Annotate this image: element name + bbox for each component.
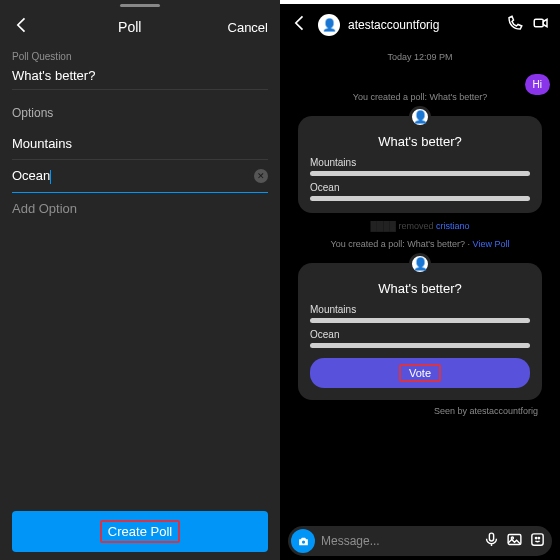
add-option-button[interactable]: Add Option	[12, 193, 268, 224]
svg-rect-2	[489, 533, 493, 541]
svg-point-1	[301, 540, 304, 543]
back-arrow-icon[interactable]	[12, 15, 32, 39]
gallery-icon[interactable]	[506, 531, 523, 552]
poll-card-2-title: What's better?	[310, 281, 530, 296]
create-poll-highlight: Create Poll	[100, 520, 180, 543]
options-label: Options	[12, 106, 268, 120]
poll-card-1-title: What's better?	[310, 134, 530, 149]
camera-button[interactable]	[291, 529, 315, 553]
chat-header: 👤 atestaccountforig	[280, 4, 560, 46]
poll-card-1-option-1-bar[interactable]	[310, 171, 530, 176]
poll-option-input-2[interactable]: Ocean ✕	[12, 160, 268, 193]
chat-body: Today 12:09 PM Hi You created a poll: Wh…	[280, 46, 560, 522]
poll-creator-avatar: 👤	[409, 106, 431, 128]
text-cursor	[50, 170, 51, 184]
system-text-removed: ████ removed cristiano	[290, 221, 550, 231]
poll-card-1-option-2-bar[interactable]	[310, 196, 530, 201]
system-text-created-poll-2: You created a poll: What's better? · Vie…	[290, 239, 550, 249]
poll-card-2-option-2-bar[interactable]	[310, 343, 530, 348]
back-arrow-icon[interactable]	[290, 13, 310, 37]
cancel-button[interactable]: Cancel	[228, 20, 268, 35]
create-poll-button[interactable]: Create Poll	[12, 511, 268, 552]
seen-by-text: Seen by atestaccountforig	[290, 406, 538, 416]
poll-question-label: Poll Question	[12, 51, 268, 62]
poll-card-2-option-1-label: Mountains	[310, 304, 530, 315]
poll-card-1-option-2-label: Ocean	[310, 182, 530, 193]
poll-option-1-text: Mountains	[12, 136, 72, 151]
composer-inner: Message...	[288, 526, 552, 556]
svg-rect-0	[534, 19, 543, 27]
poll-card-2-option-1-bar[interactable]	[310, 318, 530, 323]
poll-editor-header: Poll Cancel	[0, 7, 280, 47]
poll-editor-body: Poll Question What's better? Options Mou…	[0, 51, 280, 224]
chat-header-username[interactable]: atestaccountforig	[348, 18, 498, 32]
poll-question-input[interactable]: What's better?	[12, 62, 268, 90]
svg-point-6	[535, 537, 536, 538]
poll-card-1[interactable]: 👤 What's better? Mountains Ocean	[298, 116, 542, 213]
svg-point-7	[538, 537, 539, 538]
mic-icon[interactable]	[483, 531, 500, 552]
clear-option-icon[interactable]: ✕	[254, 169, 268, 183]
poll-card-2-option-2-label: Ocean	[310, 329, 530, 340]
chat-timestamp: Today 12:09 PM	[290, 52, 550, 62]
poll-card-1-option-1-label: Mountains	[310, 157, 530, 168]
message-composer: Message...	[280, 522, 560, 560]
chat-thread-screen: 👤 atestaccountforig Today 12:09 PM Hi Yo…	[280, 0, 560, 560]
removed-user-link[interactable]: cristiano	[436, 221, 470, 231]
vote-button-highlight: Vote	[399, 364, 441, 382]
poll-creator-avatar: 👤	[409, 253, 431, 275]
vote-button[interactable]: Vote	[310, 358, 530, 388]
chat-header-avatar[interactable]: 👤	[318, 14, 340, 36]
audio-call-icon[interactable]	[506, 14, 524, 36]
poll-editor-screen: Poll Cancel Poll Question What's better?…	[0, 0, 280, 560]
poll-editor-title: Poll	[118, 19, 141, 35]
sent-message-bubble[interactable]: Hi	[525, 74, 550, 95]
poll-option-2-text: Ocean	[12, 168, 51, 184]
view-poll-link[interactable]: View Poll	[473, 239, 510, 249]
video-call-icon[interactable]	[532, 14, 550, 36]
poll-card-2[interactable]: 👤 What's better? Mountains Ocean Vote	[298, 263, 542, 400]
system-text-created-poll-1: You created a poll: What's better?	[290, 92, 550, 102]
svg-rect-5	[532, 533, 543, 544]
sticker-icon[interactable]	[529, 531, 546, 552]
poll-option-input-1[interactable]: Mountains	[12, 128, 268, 160]
message-input[interactable]: Message...	[321, 534, 477, 548]
